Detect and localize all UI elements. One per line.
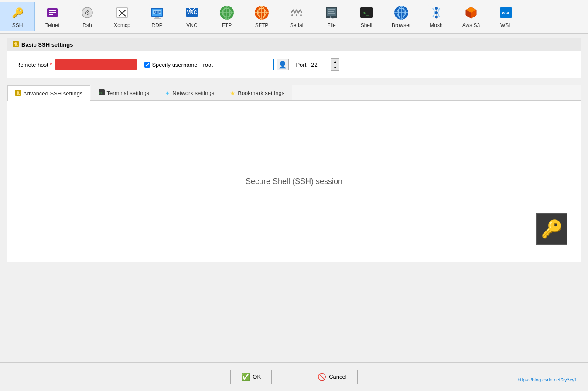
svg-text:WSL: WSL <box>502 11 510 15</box>
mosh-label: Mosh <box>430 22 442 28</box>
svg-rect-71 <box>17 93 19 95</box>
svg-point-55 <box>435 11 438 14</box>
protocol-ftp[interactable]: FTP <box>209 2 244 31</box>
svg-point-36 <box>296 14 297 16</box>
svg-point-37 <box>300 14 302 16</box>
specify-username-checkbox[interactable] <box>144 62 150 68</box>
tab-content-area: Secure Shell (SSH) session 🔑 <box>7 101 581 262</box>
xdmcp-icon <box>114 5 130 20</box>
svg-text:RDP: RDP <box>154 10 161 14</box>
rdp-icon: RDP <box>149 5 165 20</box>
cancel-label: Cancel <box>329 374 346 380</box>
user-lookup-button[interactable]: 👤 <box>277 59 289 70</box>
network-tab-icon: ✦ <box>165 90 170 97</box>
protocol-shell[interactable]: >_ Shell <box>349 2 384 31</box>
port-up-button[interactable]: ▲ <box>331 59 339 65</box>
advanced-ssh-tab-label: Advanced SSH settings <box>23 90 83 97</box>
sftp-icon <box>254 5 270 20</box>
remote-host-input[interactable] <box>55 59 137 70</box>
ssh-icon: 🔑 <box>10 5 25 20</box>
user-browse-icon: 👤 <box>278 61 287 69</box>
protocol-telnet[interactable]: Telnet <box>35 2 70 31</box>
svg-rect-17 <box>155 17 159 18</box>
ftp-label: FTP <box>222 22 232 28</box>
wsl-icon: WSL <box>498 5 514 20</box>
terminal-tab-label: Terminal settings <box>107 90 150 96</box>
remote-host-group: Remote host * <box>16 59 137 70</box>
sftp-label: SFTP <box>255 22 269 28</box>
port-down-button[interactable]: ▼ <box>331 65 339 70</box>
protocol-vnc[interactable]: VNC VNC <box>174 2 209 31</box>
basic-settings-icon <box>13 41 19 48</box>
protocol-ssh[interactable]: 🔑 SSH <box>0 2 35 31</box>
svg-rect-67 <box>15 44 17 46</box>
protocol-sftp[interactable]: SFTP <box>244 2 279 31</box>
svg-text:⚙: ⚙ <box>99 91 102 95</box>
network-tab-label: Network settings <box>172 90 214 96</box>
protocol-file[interactable]: ▶_ File <box>314 2 349 31</box>
svg-rect-18 <box>154 18 161 19</box>
required-asterisk: * <box>50 61 52 68</box>
mosh-icon <box>428 5 444 20</box>
protocol-rdp[interactable]: RDP RDP <box>140 2 174 31</box>
port-group: Port ▲ ▼ <box>296 58 339 71</box>
protocol-wsl[interactable]: WSL WSL <box>489 2 523 31</box>
tab-network[interactable]: ✦ Network settings <box>157 85 222 100</box>
svg-rect-4 <box>49 10 56 11</box>
vnc-label: VNC <box>186 22 197 28</box>
cancel-button[interactable]: 🚫 Cancel <box>307 370 357 384</box>
vnc-icon: VNC <box>184 5 200 20</box>
specify-username-checkbox-label[interactable]: Specify username <box>144 61 197 68</box>
remote-host-label: Remote host * <box>16 61 52 68</box>
ssh-session-icon: 🔑 <box>536 213 567 245</box>
svg-text:▶_: ▶_ <box>330 15 334 19</box>
svg-rect-68 <box>17 45 18 46</box>
protocol-mosh[interactable]: Mosh <box>419 2 454 31</box>
basic-settings-body: Remote host * Specify username 👤 <box>7 51 581 78</box>
protocol-browser[interactable]: Browser <box>384 2 419 31</box>
action-bar: ✅ OK 🚫 Cancel https://blog.csdn.net/2y3c… <box>0 362 588 391</box>
specify-username-group: Specify username 👤 <box>144 59 289 70</box>
bookmark-tab-icon: ★ <box>230 90 236 97</box>
awss3-label: Aws S3 <box>462 22 480 28</box>
port-input[interactable] <box>309 59 331 70</box>
cancel-icon: 🚫 <box>318 373 326 381</box>
file-label: File <box>327 22 335 28</box>
protocol-xdmcp[interactable]: Xdmcp <box>105 2 140 31</box>
svg-point-35 <box>291 14 293 16</box>
basic-settings-panel: Basic SSH settings Remote host * Specify… <box>7 38 581 78</box>
awss3-icon <box>463 5 479 20</box>
protocol-toolbar: 🔑 SSH Telnet ⚙ Rsh <box>0 0 588 34</box>
wsl-label: WSL <box>500 22 512 28</box>
shell-label: Shell <box>361 22 373 28</box>
telnet-label: Telnet <box>45 22 59 28</box>
browser-label: Browser <box>392 22 411 28</box>
protocol-rsh[interactable]: ⚙ Rsh <box>70 2 105 31</box>
xdmcp-label: Xdmcp <box>114 22 130 28</box>
telnet-icon <box>44 5 60 20</box>
svg-point-54 <box>435 7 438 10</box>
rsh-icon: ⚙ <box>79 5 95 20</box>
svg-rect-41 <box>328 9 335 10</box>
ok-label: OK <box>253 374 261 380</box>
tab-advanced-ssh[interactable]: Advanced SSH settings <box>7 85 90 101</box>
specify-username-label: Specify username <box>152 61 197 68</box>
ok-button[interactable]: ✅ OK <box>230 370 272 384</box>
username-input[interactable] <box>200 59 274 70</box>
basic-settings-header: Basic SSH settings <box>7 38 581 51</box>
ssh-label: SSH <box>12 22 23 28</box>
svg-rect-72 <box>19 94 20 95</box>
settings-form-row: Remote host * Specify username 👤 <box>16 58 572 71</box>
svg-text:>_: >_ <box>363 10 369 16</box>
tab-bookmark[interactable]: ★ Bookmark settings <box>222 85 292 100</box>
basic-settings-title: Basic SSH settings <box>21 41 73 48</box>
tabs-header: Advanced SSH settings ⚙ Terminal setting… <box>7 85 581 101</box>
ok-icon: ✅ <box>241 373 250 381</box>
tab-terminal[interactable]: ⚙ Terminal settings <box>91 85 157 100</box>
protocol-awss3[interactable]: Aws S3 <box>454 2 489 31</box>
protocol-serial[interactable]: Serial <box>279 2 314 31</box>
browser-icon <box>393 5 409 20</box>
port-spinner-buttons: ▲ ▼ <box>331 58 339 71</box>
svg-rect-42 <box>328 11 334 12</box>
svg-rect-43 <box>328 13 335 14</box>
